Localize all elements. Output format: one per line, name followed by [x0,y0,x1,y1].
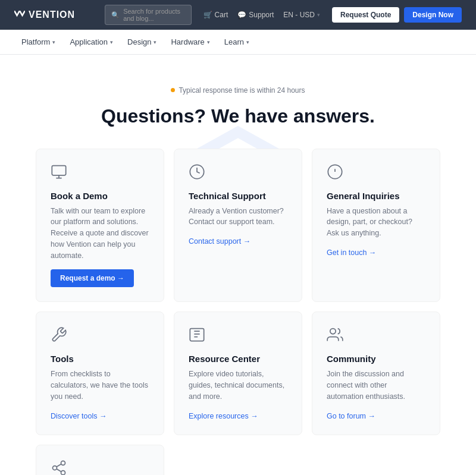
chevron-down-icon: ▾ [110,39,113,45]
card-desc-community: Join the discussion and connect with oth… [327,369,425,402]
card-tools: Tools From checklists to calculators, we… [36,312,164,435]
card-partner-network: Partner Network Find an automation partn… [36,445,164,476]
questions-section: Typical response time is within 24 hours… [0,55,476,475]
request-demo-button[interactable]: Request a demo → [51,269,134,287]
card-icon-general-inquiries [327,163,346,183]
main-nav: VENTION 🔍 Search for products and blog..… [0,0,476,30]
card-link-technical-support[interactable]: Contact support → [189,237,250,246]
card-community: Community Join the discussion and connec… [312,312,440,435]
nav-search-bar[interactable]: 🔍 Search for products and blog... [105,5,191,25]
card-title-tools: Tools [51,354,149,364]
main-content: Typical response time is within 24 hours… [0,55,476,475]
card-title-community: Community [327,354,425,364]
card-icon-partner-network [51,460,70,476]
sub-nav: Platform▾Application▾Design▾Hardware▾Lea… [0,30,476,55]
sub-nav-item-hardware[interactable]: Hardware▾ [164,30,217,55]
chevron-down-icon: ▾ [246,39,249,45]
card-title-resource-center: Resource Center [189,354,287,364]
language-selector[interactable]: EN - USD ▾ [283,11,320,19]
card-link-resource-center[interactable]: Explore resources → [189,412,258,420]
card-general-inquiries: General Inquiries Have a question about … [312,149,440,303]
svg-rect-3 [190,329,203,341]
sub-nav-item-learn[interactable]: Learn▾ [217,30,256,55]
card-link-tools[interactable]: Discover tools → [51,412,107,420]
cart-icon-item[interactable]: 🛒 Cart [203,11,228,19]
support-icon-item[interactable]: 💬 Support [237,11,274,19]
card-icon-book-demo [51,163,70,183]
support-cards-grid: Book a Demo Talk with our team to explor… [36,149,440,476]
cart-icon: 🛒 [203,11,212,19]
response-badge: Typical response time is within 24 hours [171,86,305,95]
card-link-community[interactable]: Go to forum → [327,412,375,420]
card-desc-book-demo: Talk with our team to explore our platfo… [51,206,149,262]
request-quote-button[interactable]: Request Quote [332,7,399,23]
design-now-button[interactable]: Design Now [404,7,462,23]
card-desc-resource-center: Explore video tutorials, guides, technic… [189,369,287,402]
nav-cta-buttons: Request Quote Design Now [332,7,462,23]
card-icon-community [327,326,346,345]
sub-nav-item-platform[interactable]: Platform▾ [14,30,62,55]
sub-nav-item-design[interactable]: Design▾ [120,30,164,55]
chevron-down-icon: ▾ [52,39,55,45]
card-icon-technical-support [189,163,208,183]
card-desc-general-inquiries: Have a question about a design, part, or… [327,206,425,239]
card-icon-resource-center [189,326,208,345]
svg-point-4 [330,329,336,334]
support-icon: 💬 [237,11,246,19]
svg-rect-1 [52,165,65,175]
chevron-down-icon: ▾ [207,39,210,45]
card-technical-support: Technical Support Already a Vention cust… [174,149,302,303]
sub-nav-item-application[interactable]: Application▾ [62,30,120,55]
questions-title: Questions? We have answers. [36,105,440,127]
chevron-down-icon: ▾ [154,39,156,45]
nav-logo[interactable]: VENTION [14,10,75,20]
badge-dot [171,88,175,92]
search-icon: 🔍 [111,11,120,19]
card-icon-tools [51,326,70,345]
svg-point-6 [53,465,57,470]
card-desc-tools: From checklists to calculators, we have … [51,369,149,402]
svg-point-7 [61,470,65,474]
card-resource-center: Resource Center Explore video tutorials,… [174,312,302,435]
card-title-general-inquiries: General Inquiries [327,191,425,201]
card-desc-technical-support: Already a Vention customer? Contact our … [189,206,287,228]
chevron-down-icon: ▾ [317,12,320,18]
card-book-demo: Book a Demo Talk with our team to explor… [36,149,164,303]
card-link-general-inquiries[interactable]: Get in touch → [327,248,376,257]
svg-point-5 [61,461,65,465]
card-title-technical-support: Technical Support [189,191,287,201]
card-title-book-demo: Book a Demo [51,191,149,201]
nav-icons-group: 🛒 Cart 💬 Support EN - USD ▾ [203,11,320,19]
